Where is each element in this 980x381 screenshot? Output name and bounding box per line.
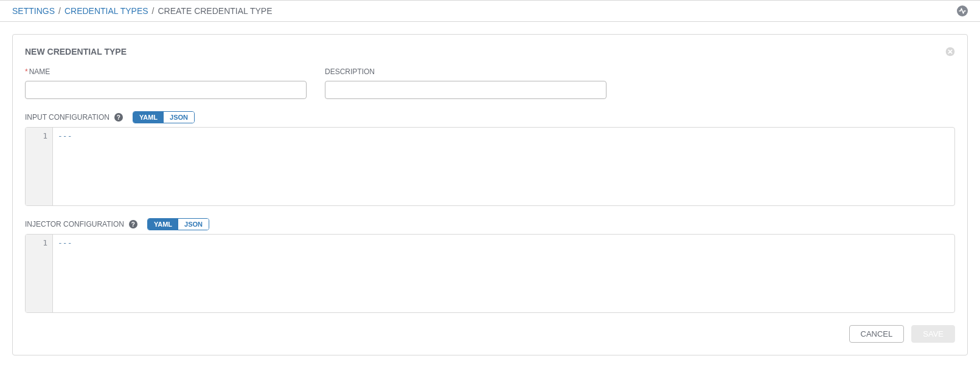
input-config-content[interactable]: ---	[53, 128, 954, 205]
help-icon[interactable]: ?	[129, 220, 137, 228]
input-config-format-toggle: YAML JSON	[133, 111, 195, 123]
injector-config-content[interactable]: ---	[53, 235, 954, 312]
save-button[interactable]: SAVE	[911, 325, 955, 343]
form-panel: NEW CREDENTIAL TYPE *NAME DESCRIPTION IN…	[12, 34, 968, 355]
help-icon[interactable]: ?	[114, 113, 123, 122]
injector-config-json-button[interactable]: JSON	[178, 219, 209, 230]
panel-title: NEW CREDENTIAL TYPE	[25, 47, 127, 57]
breadcrumb-bar: SETTINGS / CREDENTIAL TYPES / CREATE CRE…	[0, 0, 980, 22]
activity-stream-icon[interactable]	[957, 5, 968, 16]
breadcrumb: SETTINGS / CREDENTIAL TYPES / CREATE CRE…	[12, 6, 273, 16]
close-icon[interactable]	[945, 47, 955, 57]
breadcrumb-link-credential-types[interactable]: CREDENTIAL TYPES	[64, 6, 148, 16]
injector-config-label: INJECTOR CONFIGURATION	[25, 220, 124, 228]
input-config-gutter: 1	[26, 128, 53, 205]
required-marker: *	[25, 67, 28, 76]
input-config-json-button[interactable]: JSON	[164, 112, 194, 123]
input-config-editor: 1 ---	[25, 127, 955, 206]
cancel-button[interactable]: CANCEL	[849, 325, 905, 343]
breadcrumb-separator: /	[152, 6, 155, 16]
description-input[interactable]	[325, 81, 606, 99]
injector-config-gutter: 1	[26, 235, 53, 312]
injector-config-format-toggle: YAML JSON	[147, 218, 209, 230]
breadcrumb-current: CREATE CREDENTIAL TYPE	[158, 6, 273, 16]
description-label: DESCRIPTION	[325, 67, 606, 76]
name-label: *NAME	[25, 67, 307, 76]
input-config-yaml-button[interactable]: YAML	[133, 112, 164, 123]
name-input[interactable]	[25, 81, 307, 99]
input-config-label: INPUT CONFIGURATION	[25, 113, 109, 122]
breadcrumb-separator: /	[58, 6, 61, 16]
injector-config-editor: 1 ---	[25, 234, 955, 313]
breadcrumb-link-settings[interactable]: SETTINGS	[12, 6, 55, 16]
injector-config-yaml-button[interactable]: YAML	[148, 219, 178, 230]
